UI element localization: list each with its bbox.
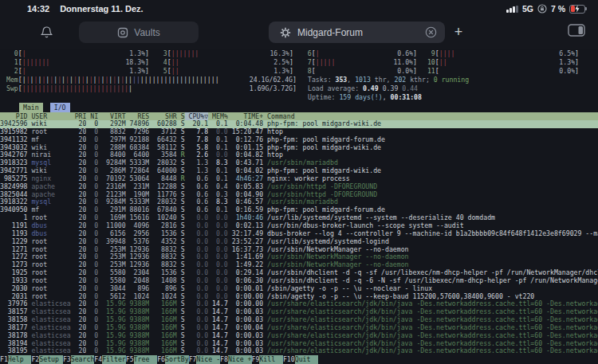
table-row[interactable]: 3918322 mysql 20 0 9284M 5333M 28032 S 0… [0,198,598,206]
function-key-button[interactable]: F4Filter [94,355,125,364]
table-row[interactable]: 3942771 wiki 20 0 286M 72864 64000 S 1.3… [0,167,598,175]
shr-cell: 166M [149,300,177,308]
shr-cell: 10240 [149,214,177,222]
shr-cell: 8832 [149,246,177,254]
fkey-label: F9 [252,355,260,364]
table-row[interactable]: 3942596 wiki 20 0 292M 74896 60288 S 20.… [0,120,598,128]
table-row[interactable]: 1 root 20 0 169M 15616 10240 S 0.0 0.0 1… [0,214,598,222]
process-table: 3942596 wiki 20 0 292M 74896 60288 S 20.… [0,120,598,355]
col-mem[interactable]: MEM% [208,112,228,120]
user-cell: elasticsea [28,324,71,332]
sidebar-toggle-icon[interactable] [568,24,585,37]
function-key-button[interactable]: F5Tree [126,355,157,364]
table-row[interactable]: 2030 root 20 0 3044 896 896 S 0.0 0.0 0:… [0,285,598,293]
pid-cell: 3940950 [0,206,28,214]
time-cell: 0:06.30 [228,277,263,285]
user-cell: mf [28,206,71,214]
col-time[interactable]: TIME+ [228,112,263,120]
table-row[interactable]: 3824998 apache 20 0 2316M 231M 12288 S 0… [0,183,598,191]
table-row[interactable]: 1271 root 20 0 253M 12936 8832 S 0.0 0.0… [0,246,598,254]
function-key-button[interactable]: F7Nice - [189,355,220,364]
table-row[interactable]: 38178 elasticsea 20 0 15.9G 9388M 166M S… [0,332,598,340]
col-virt[interactable]: VIRT [98,112,126,120]
table-row[interactable]: 3940950 mf 20 0 291M 88016 67840 S 0.6 0… [0,206,598,214]
cpu-cell: 0.0 [185,277,209,285]
virt-cell: 253M [98,253,126,261]
table-row[interactable]: 3918323 mysql 20 0 9284M 5333M 28032 S 1… [0,159,598,167]
user-cell: mf [28,136,71,144]
table-row[interactable]: 1925 root 20 0 5580 2304 1536 S 0.0 0.0 … [0,269,598,277]
table-row[interactable]: 1273 root 20 0 253M 12936 8832 S 0.0 0.0… [0,261,598,269]
table-row[interactable]: 1191 dbus 20 0 11000 4096 2816 S 0.0 0.0… [0,222,598,230]
function-key-bar: F1Help F2Setup F3Search F4Filter F5Tree … [0,355,318,364]
meter-info-block: Mem[||||||||||||||||||||||||||||||||||||… [0,76,598,102]
function-key-button[interactable]: F2Setup [31,355,62,364]
col-shr[interactable]: SHR [149,112,177,120]
table-row[interactable]: 38194 elasticsea 20 0 15.9G 9388M 166M S… [0,340,598,348]
table-row[interactable]: 1193 dbus 20 0 6156 2956 1536 S 0.0 0.0 … [0,230,598,238]
col-s[interactable]: S [177,112,185,120]
ni-cell: 0 [86,340,98,348]
col-pri[interactable]: PRI [71,112,87,120]
tab-midgard-forum[interactable]: Midgard-Forum [269,22,445,43]
shr-cell: 1408 [149,277,177,285]
new-tab-button[interactable]: + [448,22,469,43]
table-row[interactable]: 3825044 apache 20 0 2123M 190M 11776 S 0… [0,191,598,199]
table-row[interactable]: 38177 elasticsea 20 0 15.9G 9388M 166M S… [0,324,598,332]
time-cell: 15:20.47 [228,128,263,136]
mem-cell: 8.3 [208,198,228,206]
function-key-button[interactable]: F8Nice + [220,355,251,364]
table-row[interactable]: 38157 elasticsea 20 0 15.9G 9388M 166M S… [0,308,598,316]
res-cell: 9388M [126,316,150,324]
state-cell: S [177,316,185,324]
col-res[interactable]: RES [126,112,150,120]
process-table-header: PID USER PRI NI VIRT RES SHR S CPU%▽ MEM… [0,112,598,120]
table-row[interactable]: 3915982 root 20 0 8832 7296 3712 S 7.8 0… [0,128,598,136]
cpu-meter: 6[|0.6%] [300,49,423,58]
close-tab-icon[interactable] [425,26,437,38]
fkey-action-label: SortBy [165,355,189,364]
command-cell: /usr/sbin/httpd -DFOREGROUND [263,191,598,199]
function-key-button[interactable]: F6SortBy [157,355,188,364]
col-cpu-sorted[interactable]: CPU%▽ [185,112,209,120]
col-ni[interactable]: NI [86,112,98,120]
ni-cell: 0 [86,277,98,285]
pri-cell: 20 [71,191,87,199]
function-key-button[interactable]: F9Kill [252,355,283,364]
ni-cell: 0 [86,293,98,301]
col-command[interactable]: Command [263,112,598,120]
table-row[interactable]: 2031 root 20 0 5612 1024 1024 S 0.0 0.0 … [0,293,598,301]
fkey-label: F7 [189,355,197,364]
virt-cell: 2123M [98,191,126,199]
function-key-button[interactable]: F1Help [0,355,31,364]
res-cell: 12936 [126,246,150,254]
cpu-cell: 0.0 [185,308,209,316]
function-key-button[interactable]: F3Search [63,355,94,364]
function-key-button[interactable]: F10Quit [283,355,318,364]
col-pid[interactable]: PID [0,112,28,120]
ni-cell: 0 [86,206,98,214]
ni-cell: 0 [86,159,98,167]
table-row[interactable]: 1933 root 20 0 5580 2048 1408 S 0.0 0.0 … [0,277,598,285]
virt-cell: 169M [98,214,126,222]
cpu-meters: 0[|1.3%] 1[|||||||18.3%] 2[|1.3%] 3[||||… [0,49,598,76]
tab-main[interactable]: Main [19,103,43,112]
table-row[interactable]: 37976 elasticsea 20 0 15.9G 9388M 166M S… [0,300,598,308]
user-cell: mysql [28,159,71,167]
res-cell: 53064 [126,175,150,183]
table-row[interactable]: 1229 root 20 0 39948 5376 4352 S 0.0 0.0… [0,238,598,246]
table-row[interactable]: 38158 elasticsea 20 0 15.9G 9388M 166M S… [0,316,598,324]
tab-io[interactable]: I/O [50,103,70,112]
tab-vaults[interactable]: Vaults [79,22,199,43]
mem-cell: 14.7 [208,332,228,340]
table-row[interactable]: 3943032 wiki 20 0 288M 68384 58112 S 5.8… [0,144,598,152]
table-row[interactable]: 985275 nginx 20 0 70192 53064 8448 R 0.6… [0,175,598,183]
table-row[interactable]: 3942767 nirai 20 0 8400 6400 3584 R 2.6 … [0,151,598,159]
table-row[interactable]: 3941132 mf 20 0 297M 92188 66432 S 7.8 0… [0,136,598,144]
ni-cell: 0 [86,222,98,230]
bell-icon[interactable] [40,25,53,39]
col-user[interactable]: USER [28,112,71,120]
cpu-bar: | [22,67,26,76]
table-row[interactable]: 1272 root 20 0 253M 12936 8832 S 0.0 0.0… [0,253,598,261]
command-cell: /usr/share/elasticsearch/jdk/bin/java -D… [263,316,598,324]
